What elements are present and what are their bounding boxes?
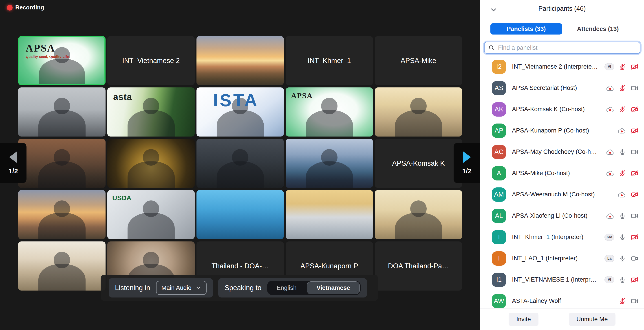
arrow-left-icon [9, 151, 17, 163]
page-indicator: 1/2 [8, 167, 18, 175]
speaking-label: Speaking to [224, 284, 261, 292]
listening-group: Listening in Main Audio [109, 278, 213, 298]
participant-row[interactable]: ACAPSA-May Chodchoey (Co-host) [480, 141, 644, 163]
video-grid: APSAQuality seed, Quality LifeINT_Vietna… [18, 36, 462, 291]
video-tile[interactable] [196, 139, 284, 188]
avatar: AW [492, 294, 506, 308]
listening-value: Main Audio [162, 285, 192, 292]
video-tile[interactable]: APSA [286, 87, 373, 137]
mic-muted-icon [619, 84, 626, 92]
video-tile-nameplate[interactable]: DOA Thailand-Pa… [375, 241, 462, 291]
video-tile[interactable] [18, 87, 106, 137]
mic-on-icon [619, 255, 626, 262]
participant-row[interactable]: IINT_LAO_1 (Interpreter)La [480, 248, 644, 269]
avatar: AS [492, 81, 506, 95]
mic-on-icon [619, 233, 626, 241]
recording-cloud-icon [618, 191, 626, 198]
tab-attendees[interactable]: Attendees (13) [562, 23, 634, 34]
camera-on-icon [630, 255, 638, 262]
camera-on-icon [630, 212, 638, 220]
tab-panelists[interactable]: Panelists (33) [490, 23, 562, 34]
camera-off-icon [630, 127, 638, 135]
participant-row[interactable]: ALAPSA-Xiaofeng Li (Co-host) [480, 205, 644, 226]
participant-row[interactable]: I2INT_Vietnamese 2 (Interpreter, me)VI [480, 56, 644, 77]
video-tile-nameplate[interactable]: INT_Khmer_1 [286, 36, 373, 85]
participant-row[interactable]: IINT_Khmer_1 (Interpreter)KM [480, 226, 644, 248]
participant-row[interactable]: AWASTA-Lainey Wolf [480, 290, 644, 308]
next-page-button[interactable]: 1/2 [454, 143, 480, 183]
video-tile[interactable]: APSAQuality seed, Quality Life [18, 36, 106, 85]
participant-row[interactable]: AKAPSA-Komsak K (Co-host) [480, 99, 644, 120]
recording-cloud-icon [606, 212, 614, 220]
recording-cloud-icon [606, 148, 614, 156]
video-tile[interactable] [196, 190, 284, 239]
camera-off-icon [630, 191, 638, 198]
recording-cloud-icon [618, 127, 626, 135]
mic-muted-icon [619, 63, 626, 71]
camera-on-icon [630, 148, 638, 156]
language-option-vietnamese[interactable]: Vietnamese [307, 281, 360, 294]
video-tile[interactable]: USDA [107, 190, 195, 239]
participant-status-icons [606, 212, 638, 220]
mic-on-icon [619, 276, 626, 284]
search-input[interactable] [498, 44, 636, 52]
tile-name-label: APSA-Mike [400, 57, 436, 65]
participant-row[interactable]: APAPSA-Kunaporn P (Co-host) [480, 120, 644, 141]
panel-footer: Invite Unmute Me [480, 308, 644, 330]
video-tile[interactable] [18, 139, 106, 188]
camera-on-icon [630, 84, 638, 92]
participant-name: APSA-Kunaporn P (Co-host) [512, 127, 612, 134]
mic-muted-icon [619, 169, 626, 177]
participant-status-icons [606, 148, 638, 156]
video-background-logo: APSA [291, 91, 313, 100]
mic-muted-icon [619, 297, 626, 305]
participant-name: APSA-May Chodchoey (Co-host) [512, 149, 600, 155]
video-tile[interactable] [18, 241, 106, 291]
search-icon [488, 44, 495, 51]
participant-status-icons [606, 84, 638, 92]
avatar: AP [492, 124, 506, 138]
video-tile[interactable]: asta [107, 87, 195, 137]
video-tile[interactable] [18, 190, 106, 239]
participant-name: INT_LAO_1 (Interpreter) [512, 255, 599, 262]
search-box [484, 42, 640, 54]
video-tile[interactable] [286, 139, 373, 188]
video-tile-nameplate[interactable]: APSA-Mike [375, 36, 462, 85]
video-tile[interactable] [375, 87, 462, 137]
video-tile[interactable] [286, 190, 373, 239]
panel-header: Participants (46) [480, 0, 644, 16]
participant-row[interactable]: AAPSA-Mike (Co-host) [480, 163, 644, 184]
camera-off-icon [630, 63, 638, 71]
participant-name: INT_Vietnamese 2 (Interpreter, me) [512, 63, 599, 70]
language-option-english[interactable]: English [267, 281, 306, 295]
video-tile-nameplate[interactable]: INT_Vietnamese 2 [107, 36, 195, 85]
listening-label: Listening in [115, 284, 150, 292]
video-tile[interactable] [107, 139, 195, 188]
participant-row[interactable]: I1INT_VIETNAMESE 1 (Interpreter)VI [480, 269, 644, 290]
recording-dot-icon [7, 5, 12, 10]
unmute-me-button[interactable]: Unmute Me [569, 313, 616, 326]
video-tile-nameplate[interactable]: APSA-Komsak K [375, 139, 462, 188]
video-tile[interactable]: ISTA [196, 87, 284, 137]
speaking-language-toggle: English Vietnamese [267, 281, 360, 295]
tile-name-label: APSA-Kunaporn P [300, 262, 358, 270]
participant-row[interactable]: ASAPSA Secretariat (Host) [480, 77, 644, 99]
zoom-window: Recording APSAQuality seed, Quality Life… [0, 0, 644, 330]
interpretation-bar: Listening in Main Audio Speaking to Engl… [100, 275, 378, 301]
speaking-group: Speaking to English Vietnamese [218, 278, 367, 298]
participant-name: INT_Khmer_1 (Interpreter) [512, 234, 599, 241]
previous-page-button[interactable]: 1/2 [0, 143, 26, 183]
tile-name-label: APSA-Komsak K [392, 160, 444, 167]
arrow-right-icon [463, 151, 471, 163]
avatar: I1 [492, 273, 506, 287]
participant-status-icons [618, 127, 638, 135]
participant-row[interactable]: AMAPSA-Weeranuch M (Co-host) [480, 184, 644, 205]
camera-off-icon [630, 106, 638, 113]
language-badge: VI [604, 276, 614, 283]
chevron-down-icon [195, 285, 201, 291]
video-tile[interactable] [375, 190, 462, 239]
invite-button[interactable]: Invite [508, 313, 538, 326]
video-area: Recording APSAQuality seed, Quality Life… [0, 0, 480, 330]
video-tile[interactable] [196, 36, 284, 85]
listening-dropdown[interactable]: Main Audio [156, 281, 207, 295]
